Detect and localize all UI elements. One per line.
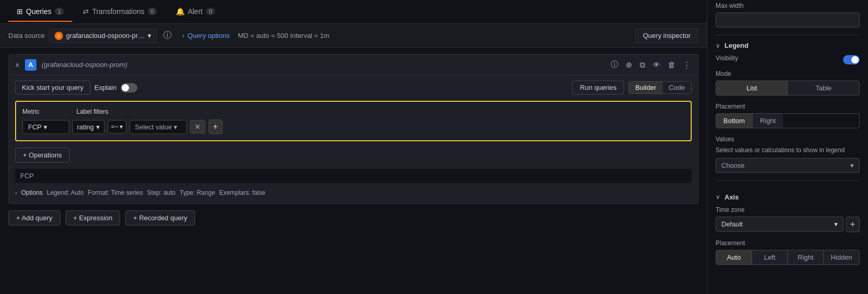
query-datasource-name: (grafanacloud-ospoon-prom)	[42, 61, 127, 69]
values-choose-dropdown[interactable]: Choose ▾	[716, 158, 860, 173]
mode-group: Mode List Table	[716, 70, 860, 96]
transformations-icon: ⇄	[83, 7, 89, 16]
filter-name-select[interactable]: rating ▾	[72, 120, 105, 134]
query-duplicate-button[interactable]: ⧉	[639, 59, 646, 71]
filter-name-value: rating	[77, 123, 94, 131]
remove-filter-button[interactable]: ✕	[190, 120, 205, 133]
placement-group: Placement Bottom Right	[716, 103, 860, 128]
axis-left-button[interactable]: Left	[752, 250, 788, 264]
operations-button[interactable]: + Operations	[15, 148, 70, 163]
tab-queries-label: Queries	[26, 7, 51, 16]
add-query-button[interactable]: + Add query	[8, 210, 60, 225]
info-button[interactable]: ⓘ	[161, 28, 174, 43]
mode-button-group: List Table	[716, 81, 860, 96]
metric-select[interactable]: FCP ▾	[22, 120, 69, 134]
value-select[interactable]: Select value ▾	[129, 120, 187, 134]
value-placeholder: Select value	[135, 123, 172, 131]
tab-alert-badge: 0	[206, 8, 215, 15]
axis-hidden-button[interactable]: Hidden	[824, 250, 859, 264]
placement-right-button[interactable]: Right	[753, 114, 783, 128]
axis-auto-button[interactable]: Auto	[716, 250, 752, 264]
tab-transformations-label: Transformations	[92, 7, 145, 16]
explain-label: Explain	[95, 84, 117, 91]
tab-alert[interactable]: 🔔 Alert 0	[167, 2, 224, 22]
tab-transformations[interactable]: ⇄ Transformations 0	[74, 2, 165, 22]
time-zone-select[interactable]: Default ▾	[716, 217, 844, 232]
query-options-arrow: ›	[182, 32, 184, 39]
mode-list-button[interactable]: List	[716, 81, 788, 95]
code-tab[interactable]: Code	[663, 82, 691, 93]
query-more-button[interactable]: ⋮	[682, 59, 692, 71]
operator-select[interactable]: =~ ▾	[108, 120, 126, 133]
options-step: Step: auto	[147, 189, 176, 196]
tab-queries[interactable]: ⊞ Queries 1	[8, 2, 72, 22]
run-queries-button[interactable]: Run queries	[572, 81, 624, 95]
tab-transformations-badge: 0	[148, 8, 157, 15]
tab-queries-badge: 1	[55, 8, 64, 15]
datasource-label: Data source	[8, 32, 45, 39]
explain-toggle: Explain	[95, 83, 138, 92]
operator-value: =~	[111, 123, 119, 130]
filter-name-chevron-icon: ▾	[96, 123, 100, 131]
query-hide-button[interactable]: 👁	[652, 59, 662, 70]
collapse-button[interactable]: ∧	[15, 61, 20, 69]
options-legend: Legend: Auto	[47, 189, 84, 196]
right-panel: Max width ∨ Legend Visibility Mode List …	[707, 0, 868, 294]
axis-collapse-icon: ∨	[716, 193, 720, 201]
max-width-group: Max width	[716, 0, 860, 28]
bottom-actions: + Add query + Expression + Recorded quer…	[0, 204, 707, 232]
axis-section-header[interactable]: ∨ Axis	[716, 187, 860, 206]
values-choose-label: Choose	[721, 162, 745, 169]
datasource-name: grafanacloud-ospoon-pr…	[66, 32, 145, 39]
operator-chevron-icon: ▾	[120, 123, 123, 130]
tab-alert-label: Alert	[188, 7, 203, 16]
alert-icon: 🔔	[176, 7, 185, 16]
visibility-label: Visibility	[716, 55, 738, 62]
placement-bottom-button[interactable]: Bottom	[716, 114, 753, 128]
add-timezone-button[interactable]: +	[846, 217, 860, 232]
values-desc: Select values or calculations to show in…	[716, 146, 860, 155]
query-options-button[interactable]: › Query options	[178, 30, 234, 42]
metric-field-label: Metric	[22, 108, 74, 115]
max-width-input[interactable]	[716, 12, 860, 28]
add-filter-button[interactable]: +	[209, 119, 223, 134]
metric-filter-controls: FCP ▾ rating ▾ =~ ▾ Select value ▾	[22, 119, 684, 134]
value-chevron-icon: ▾	[174, 123, 177, 131]
time-zone-chevron-icon: ▾	[834, 220, 838, 228]
query-options-label: Query options	[187, 32, 229, 39]
query-row-actions: ⓘ ⊕ ⧉ 👁 🗑 ⋮	[610, 59, 692, 71]
axis-right-button[interactable]: Right	[788, 250, 824, 264]
visibility-row: Visibility	[716, 55, 860, 65]
query-copy-button[interactable]: ⊕	[625, 59, 633, 71]
time-zone-value: Default	[721, 220, 743, 228]
builder-code-tabs: Builder Code	[628, 81, 692, 94]
axis-placement-button-group: Auto Left Right Hidden	[716, 250, 860, 265]
kick-start-button[interactable]: Kick start your query	[15, 81, 90, 95]
time-zone-label: Time zone	[716, 206, 860, 213]
axis-divider	[716, 180, 860, 181]
query-toolbar: Kick start your query Explain Run querie…	[15, 81, 692, 95]
metric-value: FCP	[28, 123, 42, 131]
axis-section-title: Axis	[724, 193, 739, 201]
datasource-select[interactable]: G grafanacloud-ospoon-pr… ▾	[49, 29, 157, 43]
legend-section-header[interactable]: ∨ Legend	[716, 35, 860, 55]
datasource-bar: Data source G grafanacloud-ospoon-pr… ▾ …	[0, 24, 707, 48]
add-recorded-query-button[interactable]: + Recorded query	[125, 210, 195, 225]
label-filters-field-label: Label filters	[76, 108, 684, 115]
builder-tab[interactable]: Builder	[629, 82, 662, 93]
options-exemplars: Exemplars: false	[219, 189, 266, 196]
mode-table-button[interactable]: Table	[788, 81, 859, 95]
explain-toggle-switch[interactable]	[121, 83, 137, 92]
options-type: Type: Range	[180, 189, 215, 196]
add-expression-button[interactable]: + Expression	[66, 210, 121, 225]
query-inspector-button[interactable]: Query inspector	[635, 28, 698, 43]
options-format: Format: Time series	[88, 189, 143, 196]
options-expand-button[interactable]: ›	[15, 190, 17, 196]
max-width-label: Max width	[716, 2, 860, 9]
query-info-button[interactable]: ⓘ	[610, 59, 619, 71]
values-chevron-icon: ▾	[850, 162, 854, 169]
visibility-toggle[interactable]	[843, 55, 860, 64]
values-label: Values	[716, 136, 860, 143]
queries-icon: ⊞	[17, 7, 23, 16]
query-delete-button[interactable]: 🗑	[667, 59, 677, 70]
